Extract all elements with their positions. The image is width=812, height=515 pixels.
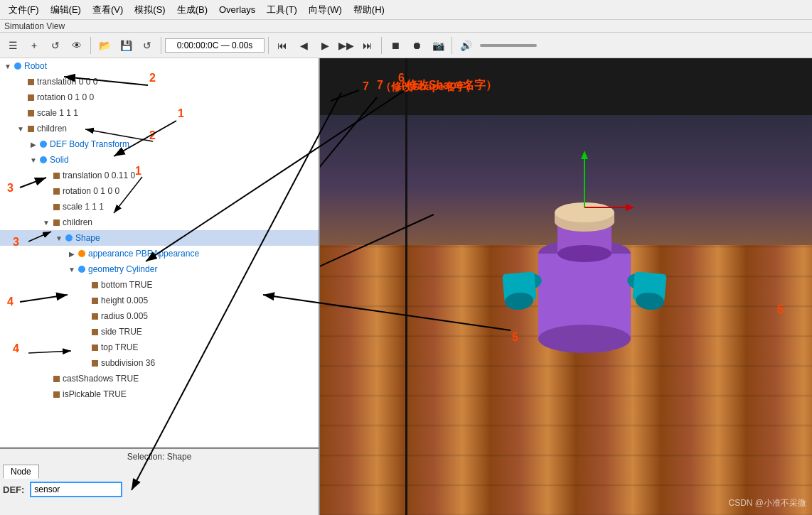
- height-label: height 0.005: [101, 296, 148, 305]
- geometry-label: geometry Cylinder: [88, 264, 157, 274]
- menu-view[interactable]: 查看(V): [87, 2, 129, 18]
- bottom-icon: [90, 280, 100, 290]
- record-button[interactable]: ⏺: [407, 36, 427, 55]
- tree-node-side[interactable]: side TRUE: [0, 324, 319, 340]
- height-icon: [90, 296, 100, 305]
- tree-node-geometry[interactable]: ▼ geometry Cylinder: [0, 261, 319, 277]
- top-icon: [90, 342, 100, 352]
- menu-build[interactable]: 生成(B): [171, 2, 213, 18]
- tree-node-solid[interactable]: ▼ Solid: [0, 152, 319, 168]
- tree-node-def-body[interactable]: ▶ DEF Body Transform: [0, 136, 319, 152]
- expand-arrow-children1[interactable]: ▼: [16, 125, 26, 133]
- play-button[interactable]: ▶: [315, 36, 335, 55]
- top-label: top TRUE: [101, 342, 138, 352]
- def-row: DEF:: [3, 482, 316, 497]
- scene-background: 5 6 7 （修改Shape名字） CSDN @小准不采微: [320, 58, 812, 515]
- side-label: side TRUE: [101, 327, 142, 337]
- robot-label: Robot: [24, 61, 47, 71]
- reset-button[interactable]: ↺: [46, 36, 65, 55]
- volume-button[interactable]: 🔊: [456, 36, 476, 55]
- right-panel: 5 6 7 （修改Shape名字） CSDN @小准不采微: [320, 58, 812, 515]
- menu-wizard[interactable]: 向导(W): [303, 2, 348, 18]
- subdivision-label: subdivision 36: [101, 358, 155, 368]
- sidebar-toggle-button[interactable]: ☰: [3, 36, 23, 55]
- separator1: [90, 37, 91, 54]
- tree-node-subdivision[interactable]: subdivision 36: [0, 355, 319, 371]
- step-back-button[interactable]: ◀: [294, 36, 314, 55]
- tree-node-rotation2[interactable]: rotation 0 1 0 0: [0, 183, 319, 199]
- expand-arrow-children2[interactable]: ▼: [41, 219, 51, 227]
- radius-icon: [90, 311, 100, 321]
- refresh-button[interactable]: ↺: [137, 36, 157, 55]
- time-display: 0:00:00:0C — 0.00s: [165, 38, 265, 53]
- tree-node-height[interactable]: height 0.005: [0, 293, 319, 308]
- expand-arrow-robot[interactable]: ▼: [3, 63, 13, 70]
- separator3: [268, 37, 269, 54]
- tree-node-appearance[interactable]: ▶ appearance PBRAppearance: [0, 246, 319, 261]
- toolbar: ☰ + ↺ 👁 📂 💾 ↺ 0:00:00:0C — 0.00s ⏮ ◀ ▶ ▶…: [0, 33, 812, 58]
- expand-arrow-shape[interactable]: ▼: [54, 234, 64, 242]
- rewind-button[interactable]: ⏮: [272, 36, 292, 55]
- bottom-label: bottom TRUE: [101, 280, 152, 290]
- is-pickable-icon: [51, 389, 61, 399]
- svg-point-10: [557, 245, 611, 262]
- translation1-icon: [26, 77, 36, 87]
- cast-shadows-label: castShadows TRUE: [63, 374, 139, 384]
- translation1-label: translation 0 0 0: [37, 77, 97, 87]
- stop-button[interactable]: ⏹: [385, 36, 405, 55]
- add-button[interactable]: +: [24, 36, 44, 55]
- menu-help[interactable]: 帮助(H): [348, 2, 390, 18]
- eye-button[interactable]: 👁: [67, 36, 87, 55]
- tree-node-bottom[interactable]: bottom TRUE: [0, 277, 319, 293]
- menubar: 文件(F) 编辑(E) 查看(V) 模拟(S) 生成(B) Overlays 工…: [0, 0, 812, 20]
- geometry-icon: [77, 264, 87, 274]
- volume-slider[interactable]: [480, 44, 537, 47]
- expand-arrow-def-body[interactable]: ▶: [28, 141, 38, 148]
- tree-node-scale2[interactable]: scale 1 1 1: [0, 199, 319, 215]
- tabs-row: Node: [3, 465, 316, 479]
- appearance-icon: [77, 249, 87, 259]
- folder-button[interactable]: 📂: [95, 36, 114, 55]
- tree-node-children2[interactable]: ▼ children: [0, 215, 319, 230]
- tree-node-translation2[interactable]: translation 0 0.11 0: [0, 168, 319, 183]
- cast-shadows-icon: [51, 374, 61, 384]
- tree-node-radius[interactable]: radius 0.005: [0, 308, 319, 324]
- tree-node-children1[interactable]: ▼ children: [0, 121, 319, 136]
- expand-arrow-appearance[interactable]: ▶: [67, 250, 77, 258]
- svg-marker-23: [626, 204, 634, 211]
- separator4: [381, 37, 382, 54]
- menu-file[interactable]: 文件(F): [3, 2, 45, 18]
- svg-marker-21: [581, 151, 588, 159]
- tab-node[interactable]: Node: [3, 465, 39, 479]
- tree-node-shape[interactable]: ▼ Shape: [0, 230, 319, 246]
- tree-node-top[interactable]: top TRUE: [0, 340, 319, 355]
- tree-view[interactable]: ▼ Robot translation 0 0 0 rotation 0 1 0…: [0, 58, 319, 448]
- robot-3d: [485, 143, 684, 416]
- menu-edit[interactable]: 编辑(E): [45, 2, 87, 18]
- menu-simulate[interactable]: 模拟(S): [129, 2, 171, 18]
- skip-forward-button[interactable]: ⏭: [358, 36, 378, 55]
- menu-tools[interactable]: 工具(T): [261, 2, 303, 18]
- menu-overlays[interactable]: Overlays: [213, 3, 261, 16]
- watermark: CSDN @小准不采微: [728, 497, 806, 509]
- save-button[interactable]: 💾: [116, 36, 136, 55]
- tree-node-rotation1[interactable]: rotation 0 1 0 0: [0, 90, 319, 105]
- screenshot-button[interactable]: 📷: [428, 36, 448, 55]
- expand-arrow-solid[interactable]: ▼: [28, 156, 38, 164]
- tree-node-is-pickable[interactable]: isPickable TRUE: [0, 386, 319, 402]
- tree-node-robot[interactable]: ▼ Robot: [0, 58, 319, 74]
- children1-label: children: [37, 124, 67, 134]
- fast-forward-button[interactable]: ▶▶: [336, 36, 356, 55]
- rotation2-label: rotation 0 1 0 0: [63, 186, 119, 196]
- children2-label: children: [63, 217, 92, 227]
- is-pickable-label: isPickable TRUE: [63, 389, 127, 399]
- scale2-icon: [51, 202, 61, 212]
- tree-node-translation1[interactable]: translation 0 0 0: [0, 74, 319, 90]
- robot-icon: [13, 61, 23, 71]
- expand-arrow-geometry[interactable]: ▼: [67, 266, 77, 273]
- translation2-icon: [51, 170, 61, 180]
- svg-point-7: [538, 325, 631, 353]
- tree-node-scale1[interactable]: scale 1 1 1: [0, 105, 319, 121]
- tree-node-cast-shadows[interactable]: castShadows TRUE: [0, 371, 319, 386]
- def-input[interactable]: [30, 482, 122, 497]
